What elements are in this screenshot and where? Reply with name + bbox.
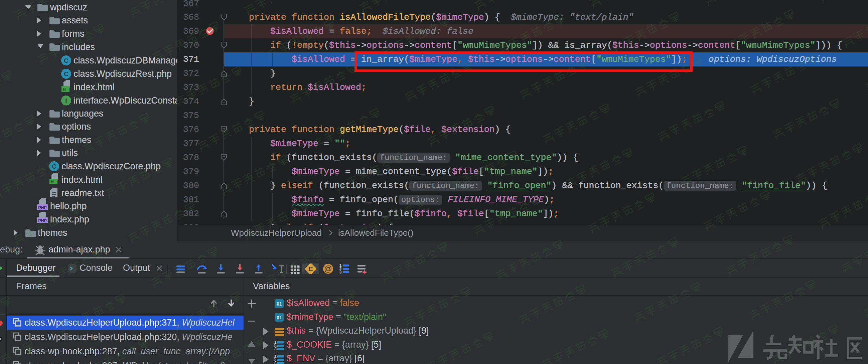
svg-text:3: 3 xyxy=(274,360,276,364)
svg-text:PHP: PHP xyxy=(38,219,47,223)
svg-text:C: C xyxy=(52,163,57,170)
svg-text:C: C xyxy=(64,70,68,77)
svg-text:PHP: PHP xyxy=(38,205,47,210)
svg-text:H: H xyxy=(62,87,65,92)
svg-text:H: H xyxy=(51,179,54,184)
svg-text:01: 01 xyxy=(277,301,282,306)
svg-text:C: C xyxy=(308,265,313,272)
svg-text:@: @ xyxy=(324,264,332,273)
svg-text:3: 3 xyxy=(339,270,342,274)
svg-text:3: 3 xyxy=(274,346,276,351)
svg-text:C: C xyxy=(64,57,68,64)
svg-text:01: 01 xyxy=(277,315,282,320)
svg-text:I: I xyxy=(65,97,67,104)
